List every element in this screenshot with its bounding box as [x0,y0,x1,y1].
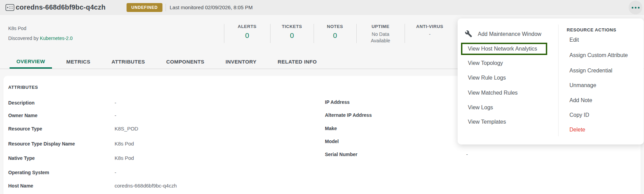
stat-uptime-value: No Data Available [366,31,395,44]
tab-related-info[interactable]: RELATED INFO [271,55,324,69]
tab-inventory[interactable]: INVENTORY [219,55,263,69]
stat-tickets-label: TICKETS [270,24,314,29]
menu-item-delete[interactable]: Delete [569,127,585,133]
stat-tickets-value: 0 [270,31,314,40]
menu-column-divider [558,25,558,136]
header-divider [166,4,166,11]
attributes-section-title: ATTRIBUTES [8,85,38,90]
stat-uptime: UPTIME No Data Available [356,24,405,44]
menu-item-add-note[interactable]: Add Note [569,97,592,103]
stat-alerts: ALERTS 0 [224,24,270,40]
actions-menu: Add Maintenance Window View Host Network… [458,18,644,144]
attr-row-resource-type-display-name: Resource Type Display NameK8s Pod [8,141,134,148]
menu-item-view-host-network-analytics[interactable]: View Host Network Analytics [461,43,547,55]
menu-item-copy-id[interactable]: Copy ID [569,112,589,118]
header-bar: coredns-668d6bf9bc-q4czh UNDEFINED Last … [0,0,644,15]
stat-tickets: TICKETS 0 [270,24,314,40]
tab-components[interactable]: COMPONENTS [159,55,211,69]
last-monitored-text: Last monitored 02/09/2026, 8:05 PM [170,4,253,10]
tab-metrics[interactable]: METRICS [60,55,97,69]
stat-antivirus: ANTI-VIRUS - [405,24,455,38]
attr-row-description: Description- [8,100,116,107]
page-title: coredns-668d6bf9bc-q4czh [16,3,106,11]
stat-alerts-value: 0 [224,31,270,40]
menu-item-edit[interactable]: Edit [569,37,579,43]
more-actions-button[interactable] [629,1,642,14]
discovered-by-text: Discovered by Kubernetes-2.0 [8,36,73,41]
status-badge: UNDEFINED [127,3,162,12]
menu-item-view-rule-logs[interactable]: View Rule Logs [468,75,506,81]
discovered-by-link[interactable]: Kubernetes-2.0 [40,36,73,41]
menu-item-view-logs[interactable]: View Logs [468,105,493,111]
stat-antivirus-label: ANTI-VIRUS [405,24,455,29]
device-icon [5,4,14,12]
attr-row-alternate-ip-address: Alternate IP Address [325,112,466,119]
attr-row-serial-number: Serial Number- [325,151,468,158]
attr-row-owner-name: Owner Name- [8,112,116,119]
tab-overview[interactable]: OVERVIEW [10,55,52,69]
menu-item-assign-credential[interactable]: Assign Credential [569,68,612,74]
ellipsis-icon [632,7,633,9]
menu-item-add-maintenance-window[interactable]: Add Maintenance Window [478,31,541,37]
menu-item-view-templates[interactable]: View Templates [468,119,506,125]
attr-row-host-name: Host Namecoredns-668d6bf9bc-q4czh [8,183,177,190]
menu-item-view-matched-rules[interactable]: View Matched Rules [468,90,518,96]
attr-row-model: Model [325,138,466,145]
menu-item-unmanage[interactable]: Unmanage [569,82,596,88]
menu-item-assign-custom-attribute[interactable]: Assign Custom Attribute [569,52,628,58]
stat-alerts-label: ALERTS [224,24,270,29]
stat-notes: NOTES 0 [314,24,356,40]
menu-item-view-topology[interactable]: View Topology [468,60,503,66]
stat-antivirus-value: - [416,31,444,38]
wrench-icon [465,30,472,39]
attr-row-resource-type: Resource TypeK8S_POD [8,126,138,133]
attr-row-make: Make [325,125,466,132]
attr-row-ip-address: IP Address [325,99,466,106]
resource-actions-title: RESOURCE ACTIONS [567,27,616,32]
stat-uptime-label: UPTIME [356,24,405,29]
resource-type-text: K8s Pod [8,26,26,31]
tab-attributes[interactable]: ATTRIBUTES [105,55,152,69]
attr-row-native-type: Native TypeK8s Pod [8,155,134,162]
stat-notes-label: NOTES [314,24,356,29]
attr-row-operating-system: Operating System- [8,169,116,176]
stat-notes-value: 0 [314,31,356,40]
